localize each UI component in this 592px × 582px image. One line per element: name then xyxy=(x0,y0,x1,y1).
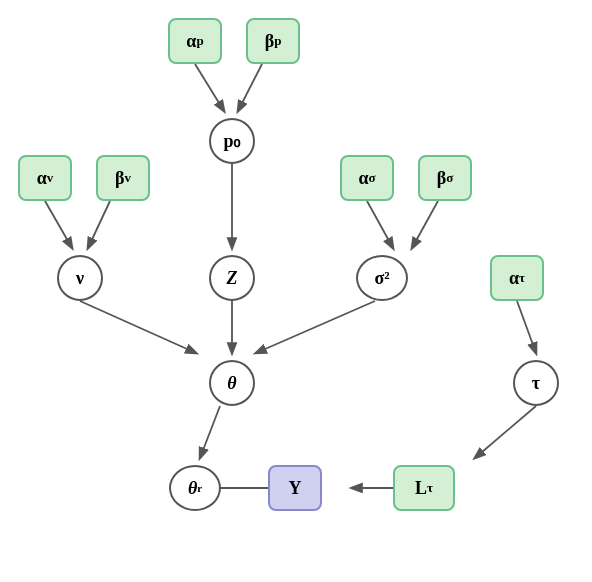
node-theta: θ xyxy=(209,360,255,406)
node-beta-p: βp xyxy=(246,18,300,64)
svg-line-8 xyxy=(412,201,438,248)
svg-line-7 xyxy=(367,201,393,248)
svg-line-1 xyxy=(238,64,262,111)
node-p0: p₀ xyxy=(209,118,255,164)
node-beta-v: βv xyxy=(96,155,150,201)
node-alpha-p: αp xyxy=(168,18,222,64)
node-theta-r: θr xyxy=(169,465,221,511)
node-nu: ν xyxy=(57,255,103,301)
svg-line-0 xyxy=(195,64,224,111)
svg-line-10 xyxy=(517,301,536,353)
node-beta-sigma: βσ xyxy=(418,155,472,201)
node-L-tau: Lτ xyxy=(393,465,455,511)
node-sigma2: σ² xyxy=(356,255,408,301)
node-tau: τ xyxy=(513,360,559,406)
svg-line-11 xyxy=(475,406,536,458)
node-Z: Z xyxy=(209,255,255,301)
diagram: αp βp p₀ αv βv ν Z ασ βσ σ² ατ θ τ xyxy=(0,0,592,582)
node-alpha-v: αv xyxy=(18,155,72,201)
svg-line-12 xyxy=(200,406,220,458)
svg-line-5 xyxy=(80,301,196,353)
svg-line-3 xyxy=(45,201,72,248)
svg-line-4 xyxy=(88,201,110,248)
node-alpha-sigma: ασ xyxy=(340,155,394,201)
node-alpha-tau: ατ xyxy=(490,255,544,301)
node-Y: Y xyxy=(268,465,322,511)
svg-line-9 xyxy=(256,301,375,353)
